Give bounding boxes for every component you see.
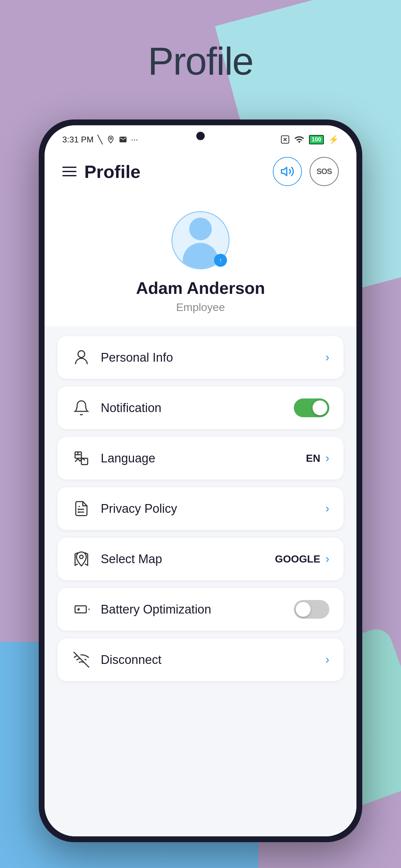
select-map-value: GOOGLE — [275, 553, 320, 565]
avatar-body — [183, 243, 218, 269]
menu-item-personal-info[interactable]: Personal Info › — [58, 336, 343, 379]
personal-info-label: Personal Info — [101, 351, 173, 365]
status-slash-icon: ╲ — [97, 135, 103, 145]
status-right: 100 ⚡ — [281, 134, 339, 145]
megaphone-button[interactable] — [273, 157, 302, 186]
bell-icon — [72, 398, 91, 417]
person-icon — [72, 348, 91, 367]
menu-item-disconnect[interactable]: Disconnect › — [58, 639, 343, 681]
menu-item-battery-optimization[interactable]: Battery Optimization — [58, 588, 343, 631]
hamburger-menu[interactable] — [62, 166, 76, 176]
privacy-policy-label: Privacy Policy — [101, 502, 177, 516]
svg-point-0 — [110, 137, 112, 139]
header-right: SOS — [273, 157, 339, 186]
notification-toggle[interactable] — [294, 399, 329, 417]
notification-label: Notification — [101, 401, 161, 415]
avatar-container[interactable]: ↑ — [172, 211, 229, 269]
map-icon — [72, 549, 91, 569]
profile-section: ↑ Adam Anderson Employee — [44, 195, 357, 327]
toggle-thumb — [312, 400, 328, 415]
menu-item-right: › — [326, 502, 329, 516]
menu-item-right: GOOGLE › — [275, 552, 329, 566]
chevron-icon: › — [326, 552, 329, 566]
chevron-icon: › — [326, 502, 329, 516]
svg-point-12 — [80, 555, 83, 559]
page-bg-title: Profile — [0, 39, 401, 83]
status-left: 3:31 PM ╲ ··· — [62, 135, 138, 145]
camera-notch — [196, 132, 205, 140]
scroll-content: ↑ Adam Anderson Employee — [44, 195, 357, 836]
sos-label: SOS — [316, 167, 332, 176]
chevron-icon: › — [326, 452, 329, 465]
battery-indicator: 100 — [309, 135, 324, 144]
header-left: Profile — [62, 161, 141, 182]
app-header: Profile SOS — [44, 148, 357, 195]
menu-item-right: EN › — [306, 452, 329, 465]
disconnect-label: Disconnect — [101, 653, 161, 667]
menu-item-right — [294, 600, 329, 619]
menu-item-right: › — [326, 351, 329, 364]
avatar-head — [189, 218, 212, 240]
svg-marker-4 — [281, 167, 287, 176]
svg-point-11 — [78, 512, 79, 513]
toggle-thumb — [296, 602, 311, 617]
menu-item-notification[interactable]: Notification — [58, 386, 343, 429]
status-time: 3:31 PM — [62, 135, 94, 145]
status-dots-icon: ··· — [131, 135, 138, 145]
menu-item-left: Battery Optimization — [72, 600, 211, 619]
chevron-icon: › — [326, 653, 329, 666]
profile-role: Employee — [176, 301, 225, 314]
charging-icon: ⚡ — [328, 135, 339, 145]
language-label: Language — [101, 452, 155, 465]
phone-frame: 3:31 PM ╲ ··· — [39, 120, 362, 842]
app-title: Profile — [84, 161, 141, 182]
menu-section: Personal Info › — [44, 327, 357, 691]
menu-item-left: Select Map — [72, 549, 162, 569]
translate-icon — [72, 448, 91, 468]
menu-item-privacy-policy[interactable]: Privacy Policy › — [58, 487, 343, 530]
wifi-icon — [294, 134, 305, 145]
menu-item-right: › — [326, 653, 329, 666]
document-icon — [72, 499, 91, 518]
menu-item-select-map[interactable]: Select Map GOOGLE › — [58, 538, 343, 580]
battery-icon — [72, 600, 91, 619]
svg-point-10 — [78, 509, 79, 509]
menu-item-left: Disconnect — [72, 650, 161, 670]
phone-screen: 3:31 PM ╲ ··· — [44, 125, 357, 836]
profile-name: Adam Anderson — [136, 278, 265, 298]
battery-optimization-label: Battery Optimization — [101, 602, 211, 616]
battery-optimization-toggle[interactable] — [294, 600, 329, 619]
menu-item-language[interactable]: Language EN › — [58, 437, 343, 479]
select-map-label: Select Map — [101, 552, 162, 566]
menu-item-left: Personal Info — [72, 348, 173, 367]
language-value: EN — [306, 453, 320, 464]
chevron-icon: › — [326, 351, 329, 364]
status-mail-icon — [119, 135, 127, 144]
status-location-icon — [106, 135, 115, 144]
sos-button[interactable]: SOS — [310, 157, 339, 186]
menu-item-left: Privacy Policy — [72, 499, 177, 518]
svg-rect-13 — [75, 606, 87, 613]
menu-item-right — [294, 399, 329, 417]
signal-icon — [72, 650, 91, 670]
menu-item-left: Notification — [72, 398, 161, 417]
avatar-upload-badge[interactable]: ↑ — [214, 254, 227, 267]
menu-item-left: Language — [72, 448, 155, 468]
status-x-icon — [281, 135, 289, 144]
